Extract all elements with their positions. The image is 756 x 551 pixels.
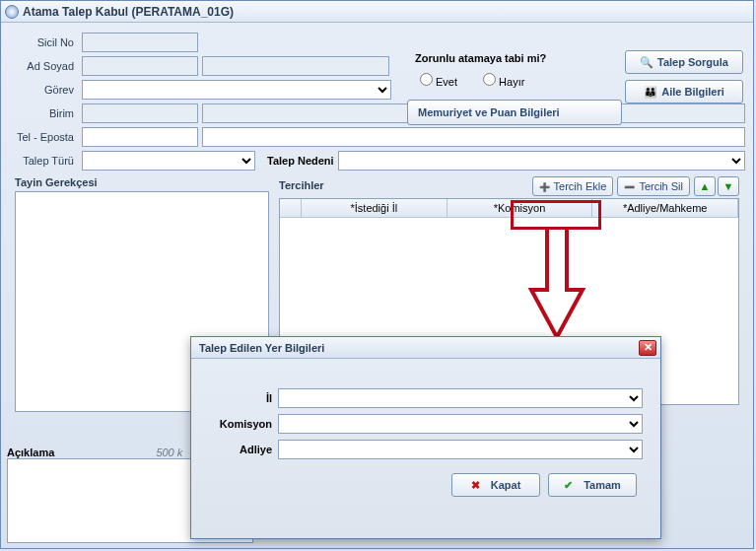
search-icon <box>640 56 653 69</box>
modal-il-select[interactable] <box>278 388 643 408</box>
check-icon: ✔ <box>564 479 573 492</box>
modal-adliye-select[interactable] <box>278 440 643 459</box>
add-icon <box>539 180 550 192</box>
family-icon <box>644 86 657 99</box>
window-title: Atama Talep Kabul (PERATAMA_01G) <box>23 5 234 19</box>
main-window: Atama Talep Kabul (PERATAMA_01G) Sicil N… <box>0 0 754 549</box>
arrow-down-icon: ▼ <box>723 180 734 192</box>
label-sicil-no: Sicil No <box>9 36 78 48</box>
talep-sorgula-button[interactable]: Talep Sorgula <box>625 50 743 74</box>
memuriyet-button[interactable]: Memuriyet ve Puan Bilgileri <box>407 100 622 125</box>
birim-input[interactable] <box>82 103 198 123</box>
grid-col-komisyon: *Komisyon <box>447 199 593 217</box>
label-tercihler: Tercihler <box>279 179 324 191</box>
mandatory-question: Zorunlu atamaya tabi mi? <box>415 52 546 64</box>
grid-col-il: *İstediği İl <box>302 199 447 217</box>
dialog-close-button[interactable]: ✕ <box>639 340 656 356</box>
dialog-title: Talep Edilen Yer Bilgileri <box>199 342 324 354</box>
grid-col-adliye: *Adliye/Mahkeme <box>592 199 738 217</box>
modal-komisyon-select[interactable] <box>278 414 643 434</box>
label-modal-komisyon: Komisyon <box>209 418 278 430</box>
right-buttons: Talep Sorgula Aile Bilgileri <box>625 50 743 103</box>
label-birim: Birim <box>9 107 78 119</box>
label-aciklama: Açıklama <box>7 447 54 458</box>
grid-rowselect-col <box>280 199 302 217</box>
radio-evet[interactable] <box>420 73 433 86</box>
move-up-button[interactable]: ▲ <box>694 176 716 196</box>
radio-hayir[interactable] <box>483 73 496 86</box>
label-talep-nedeni: Talep Nedeni <box>267 155 334 167</box>
grid-header: *İstediği İl *Komisyon *Adliye/Mahkeme <box>280 199 738 218</box>
dialog-titlebar: Talep Edilen Yer Bilgileri ✕ <box>191 337 660 359</box>
talep-nedeni-select[interactable] <box>338 151 745 171</box>
label-gorev: Görev <box>9 84 78 96</box>
eposta-input[interactable] <box>202 127 745 147</box>
radio-hayir-label[interactable]: Hayır <box>478 76 524 88</box>
label-talep-turu: Talep Türü <box>9 155 78 167</box>
tercih-sil-button[interactable]: Tercih Sil <box>617 176 690 196</box>
sicil-no-input[interactable] <box>82 33 198 52</box>
ad-input[interactable] <box>82 56 198 76</box>
tercih-ekle-button[interactable]: Tercih Ekle <box>532 176 614 196</box>
arrow-up-icon: ▲ <box>700 180 711 192</box>
kapat-button[interactable]: ✖ Kapat <box>451 473 540 497</box>
remove-icon <box>624 180 635 192</box>
gorev-select[interactable] <box>82 80 391 100</box>
label-ad-soyad: Ad Soyad <box>9 60 78 72</box>
radio-evet-label[interactable]: Evet <box>415 76 457 88</box>
mandatory-radio-group: Zorunlu atamaya tabi mi? Evet Hayır <box>415 52 546 88</box>
close-icon: ✖ <box>471 479 480 492</box>
dialog-buttons: ✖ Kapat ✔ Tamam <box>209 473 643 497</box>
aile-bilgileri-button[interactable]: Aile Bilgileri <box>625 80 743 103</box>
window-titlebar: Atama Talep Kabul (PERATAMA_01G) <box>1 1 753 23</box>
app-icon <box>5 5 19 19</box>
talep-edilen-yer-dialog: Talep Edilen Yer Bilgileri ✕ İl Komisyon… <box>190 336 661 539</box>
dialog-body: İl Komisyon Adliye ✖ Kapat ✔ Tamam <box>191 359 660 507</box>
soyad-input[interactable] <box>202 56 389 76</box>
move-down-button[interactable]: ▼ <box>718 176 739 196</box>
tamam-button[interactable]: ✔ Tamam <box>548 473 637 497</box>
label-tayin-gerekcesi: Tayin Gerekçesi <box>15 176 269 188</box>
talep-turu-select[interactable] <box>82 151 255 171</box>
label-modal-adliye: Adliye <box>209 444 278 455</box>
label-tel-eposta: Tel - Eposta <box>9 131 78 143</box>
label-modal-il: İl <box>209 392 278 404</box>
tel-input[interactable] <box>82 127 198 147</box>
aciklama-hint: 500 k <box>156 447 182 458</box>
